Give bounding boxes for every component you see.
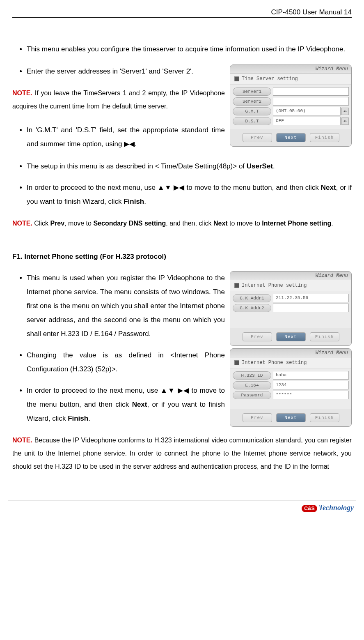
server1-input[interactable]	[273, 87, 349, 96]
server2-input[interactable]	[273, 97, 349, 106]
note-3-text: Because the IP Videophone conforms to H.…	[12, 437, 352, 470]
note-label-2: NOTE.	[12, 220, 32, 227]
wizard-menu-title-3: Wizard Menu	[230, 349, 351, 357]
note-label: NOTE.	[12, 90, 32, 97]
wizard-menu-title-2: Wizard Menu	[230, 272, 351, 280]
finish-button-3[interactable]: Finish	[310, 413, 339, 422]
server1-label: Server1	[233, 87, 271, 96]
n2p9: .	[331, 220, 333, 227]
logo-text: Technology	[319, 504, 354, 512]
prev-button-2[interactable]: Prev	[243, 332, 272, 341]
next-button[interactable]: Next	[276, 133, 306, 142]
gk-addr2-input[interactable]	[273, 304, 349, 312]
bullet-4-text: The setup in this menu is as described i…	[27, 162, 247, 170]
n2-ips: Internet Phone setting	[262, 220, 331, 227]
page-number: 14	[344, 8, 352, 16]
h323-id-input[interactable]: haha	[273, 371, 349, 380]
company-logo: C&STechnology	[302, 504, 354, 512]
page-header: CIP-4500 User Manual 14	[12, 8, 352, 18]
n2p3: , move to	[64, 220, 93, 227]
f1-next-bold: Next	[132, 401, 147, 408]
finish-button[interactable]: Finish	[310, 133, 339, 142]
userset-bold: UserSet	[247, 162, 273, 170]
h323-id-label: H.323 ID	[233, 371, 271, 380]
password-input[interactable]: ******	[273, 391, 349, 399]
manual-title-text: CIP-4500 User Manual	[271, 8, 342, 16]
n2p1: Click	[32, 220, 50, 227]
dst-value[interactable]: OFF	[273, 117, 341, 125]
n2-prev: Prev	[50, 220, 64, 227]
n2p5: , and then, click	[166, 220, 213, 227]
gmt-value[interactable]: (GMT-05:00)	[273, 107, 341, 115]
prev-button[interactable]: Prev	[243, 133, 272, 142]
screenshot-time-server: Wizard Menu Time Server setting Server1 …	[230, 64, 352, 147]
prev-button-3[interactable]: Prev	[243, 413, 272, 422]
n2-next: Next	[213, 220, 228, 227]
e164-label: E.164	[233, 381, 271, 389]
bullet-5-text: In order to proceed to the next menu, us…	[27, 184, 321, 191]
f1-b3-dot: .	[88, 414, 90, 422]
footer-divider	[8, 500, 356, 500]
bullet-5: In order to proceed to the next menu, us…	[27, 181, 352, 209]
screenshot-gk-addr: Wizard Menu Internet Phone setting G.K A…	[230, 271, 352, 346]
next-button-2[interactable]: Next	[276, 332, 306, 341]
screenshot-h323-id: Wizard Menu Internet Phone setting H.323…	[230, 348, 352, 427]
server2-label: Server2	[233, 97, 271, 106]
gmt-arrow-icon[interactable]: ◂▸	[341, 108, 349, 115]
manual-title: CIP-4500 User Manual 14	[271, 8, 352, 16]
n2-secondary: Secondary DNS setting	[93, 220, 166, 227]
wizard-menu-title: Wizard Menu	[230, 65, 351, 74]
dst-arrow-icon[interactable]: ◂▸	[341, 117, 349, 125]
screenshot-subtitle: Time Server setting	[230, 74, 351, 85]
gmt-label: G.M.T	[233, 107, 271, 115]
n2p7: to move to	[228, 220, 262, 227]
next-button-3[interactable]: Next	[276, 413, 306, 422]
finish-bold: Finish	[124, 198, 144, 205]
note-1-text: If you leave the TimeServers 1 and 2 emp…	[12, 90, 225, 110]
dst-label: D.S.T	[233, 117, 271, 125]
bullet-4: The setup in this menu is as described i…	[27, 159, 352, 173]
note-2: NOTE. Click Prev, move to Secondary DNS …	[12, 217, 352, 230]
note-3: NOTE. Because the IP Videophone conforms…	[12, 434, 352, 473]
screenshot-subtitle-3: Internet Phone setting	[230, 357, 351, 368]
gk-addr1-label: G.K Addr1	[233, 294, 271, 302]
f1-finish-bold: Finish	[68, 414, 88, 422]
password-label: Password	[233, 391, 271, 399]
section-f1-title: F1. Internet Phone setting (For H.323 pr…	[12, 253, 352, 261]
logo-icon: C&S	[302, 505, 317, 512]
next-bold: Next	[321, 184, 336, 191]
finish-button-2[interactable]: Finish	[310, 332, 339, 341]
gk-addr1-input[interactable]: 211.22.35.56	[273, 294, 349, 302]
gk-addr2-label: G.K Addr2	[233, 304, 271, 312]
e164-input[interactable]: 1234	[273, 381, 349, 389]
note-label-3: NOTE.	[12, 437, 32, 444]
bullet-1: This menu enables you configure the time…	[27, 42, 352, 56]
screenshot-subtitle-2: Internet Phone setting	[230, 280, 351, 291]
